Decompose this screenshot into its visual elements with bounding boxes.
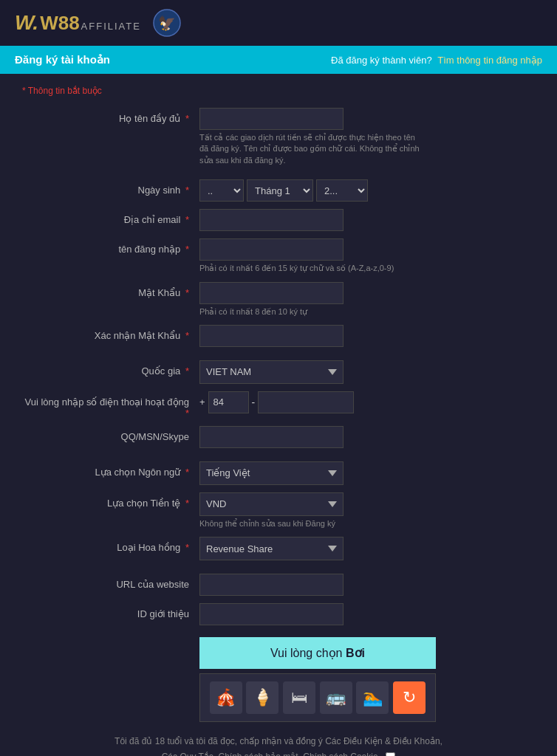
captcha-section: Vui lòng chọn Bơi 🎪 🍦 🛏 🚌 🏊 ↻ xyxy=(199,637,535,722)
email-control xyxy=(199,209,535,231)
required-note: * Thông tin bắt buộc xyxy=(22,86,535,96)
password-label: Mật Khẩu * xyxy=(22,282,199,298)
logo-badge-icon: 🦅 xyxy=(153,9,181,37)
login-link[interactable]: Tìm thông tin đăng nhập xyxy=(437,55,542,66)
currency-control: VND Không thể chỉnh sửa sau khi Đăng ký xyxy=(199,492,535,529)
language-row: Lựa chọn Ngôn ngữ * Tiếng Việt xyxy=(22,461,535,485)
password-hint: Phải có ít nhất 8 đến 10 ký tự xyxy=(199,306,421,317)
captcha-refresh-icon[interactable]: ↻ xyxy=(393,681,426,714)
website-control xyxy=(199,574,535,596)
qq-control xyxy=(199,426,535,448)
full-name-control: Tất cả các giao dịch rút tiền sẽ chỉ đượ… xyxy=(199,108,535,166)
qq-input[interactable] xyxy=(199,426,344,448)
logo-w: W. xyxy=(15,11,38,35)
main-content: * Thông tin bắt buộc Họ tên đầy đủ * Tất… xyxy=(0,74,557,756)
dob-row: Ngày sinh * .. Tháng 1 2... xyxy=(22,179,535,202)
email-label: Địa chỉ email * xyxy=(22,209,199,225)
captcha-icon-bus[interactable]: 🚌 xyxy=(320,681,352,714)
country-row: Quốc gia * VIET NAM xyxy=(22,360,535,384)
terms-line1: Tôi đã đủ 18 tuổi và tôi đã đọc, chấp nh… xyxy=(22,734,535,749)
logo: W. W88 AFFILIATE xyxy=(15,11,141,35)
navbar: Đăng ký tài khoản Đã đăng ký thành viên?… xyxy=(0,46,557,74)
referral-control xyxy=(199,603,535,625)
website-label: URL của website xyxy=(22,574,199,590)
country-label: Quốc gia * xyxy=(22,360,199,377)
country-control: VIET NAM xyxy=(199,360,535,384)
captcha-icon-icecream[interactable]: 🍦 xyxy=(246,681,278,714)
full-name-hint: Tất cả các giao dịch rút tiền sẽ chỉ đượ… xyxy=(199,132,421,166)
password-input[interactable] xyxy=(199,282,344,304)
qq-row: QQ/MSN/Skype xyxy=(22,426,535,448)
qq-label: QQ/MSN/Skype xyxy=(22,426,199,442)
navbar-title: Đăng ký tài khoản xyxy=(15,53,110,66)
full-name-label: Họ tên đầy đủ * xyxy=(22,108,199,124)
username-label: tên đăng nhập * xyxy=(22,238,199,255)
phone-group: + - xyxy=(199,391,535,413)
password-row: Mật Khẩu * Phải có ít nhất 8 đến 10 ký t… xyxy=(22,282,535,317)
captcha-icon-swim[interactable]: 🏊 xyxy=(356,681,389,714)
confirm-password-label: Xác nhận Mật Khẩu * xyxy=(22,325,199,341)
terms-section: Tôi đã đủ 18 tuổi và tôi đã đọc, chấp nh… xyxy=(22,734,535,756)
date-group: .. Tháng 1 2... xyxy=(199,179,535,202)
phone-prefix: + xyxy=(199,396,205,408)
username-control: Phải có ít nhất 6 đến 15 ký tự chữ và số… xyxy=(199,238,535,274)
currency-select[interactable]: VND xyxy=(199,492,344,516)
language-label: Lựa chọn Ngôn ngữ * xyxy=(22,461,199,478)
dob-year-select[interactable]: 2... xyxy=(316,179,368,202)
logo-affiliate: AFFILIATE xyxy=(81,21,141,32)
terms-checkbox[interactable] xyxy=(386,752,395,756)
referral-input[interactable] xyxy=(199,603,344,625)
referral-label: ID giới thiệu xyxy=(22,603,199,619)
referral-row: ID giới thiệu xyxy=(22,603,535,625)
confirm-password-row: Xác nhận Mật Khẩu * xyxy=(22,325,535,347)
logo-w88: W88 xyxy=(40,12,79,35)
commission-label: Loại Hoa hồng * xyxy=(22,537,199,553)
email-row: Địa chỉ email * xyxy=(22,209,535,231)
commission-select[interactable]: Revenue Share xyxy=(199,537,344,560)
currency-row: Lựa chọn Tiền tệ * VND Không thể chỉnh s… xyxy=(22,492,535,529)
dob-label: Ngày sinh * xyxy=(22,179,199,196)
currency-hint: Không thể chỉnh sửa sau khi Đăng ký xyxy=(199,518,421,529)
captcha-prompt: Vui lòng chọn Bơi xyxy=(199,637,436,669)
dob-control: .. Tháng 1 2... xyxy=(199,179,535,202)
phone-label: Vui lòng nhập số điện thoại hoạt động * xyxy=(22,391,199,419)
dob-month-select[interactable]: Tháng 1 xyxy=(247,179,313,202)
phone-row: Vui lòng nhập số điện thoại hoạt động * … xyxy=(22,391,535,419)
email-input[interactable] xyxy=(199,209,344,231)
captcha-icon-circus[interactable]: 🎪 xyxy=(210,681,242,714)
captcha-icons: 🎪 🍦 🛏 🚌 🏊 ↻ xyxy=(199,673,436,722)
website-input[interactable] xyxy=(199,574,344,596)
phone-dash: - xyxy=(252,396,256,408)
svg-text:🦅: 🦅 xyxy=(158,15,176,32)
commission-row: Loại Hoa hồng * Revenue Share xyxy=(22,537,535,560)
username-input[interactable] xyxy=(199,238,344,261)
language-control: Tiếng Việt xyxy=(199,461,535,485)
already-member-text: Đã đăng ký thành viên? xyxy=(331,55,432,66)
header: W. W88 AFFILIATE 🦅 xyxy=(0,0,557,46)
full-name-input[interactable] xyxy=(199,108,344,130)
full-name-row: Họ tên đầy đủ * Tất cả các giao dịch rút… xyxy=(22,108,535,166)
website-row: URL của website xyxy=(22,574,535,596)
commission-control: Revenue Share xyxy=(199,537,535,560)
country-select[interactable]: VIET NAM xyxy=(199,360,344,384)
password-control: Phải có ít nhất 8 đến 10 ký tự xyxy=(199,282,535,317)
currency-label: Lựa chọn Tiền tệ * xyxy=(22,492,199,509)
confirm-password-input[interactable] xyxy=(199,325,344,347)
username-row: tên đăng nhập * Phải có ít nhất 6 đến 15… xyxy=(22,238,535,274)
language-select[interactable]: Tiếng Việt xyxy=(199,461,344,485)
terms-line2: Các Quy Tắc, Chính sách bảo mật, Chính s… xyxy=(22,749,535,756)
phone-control: + - xyxy=(199,391,535,413)
phone-number-input[interactable] xyxy=(258,391,354,413)
phone-code-input[interactable] xyxy=(208,391,249,413)
confirm-password-control xyxy=(199,325,535,347)
navbar-right: Đã đăng ký thành viên? Tìm thông tin đăn… xyxy=(331,55,542,66)
username-hint: Phải có ít nhất 6 đến 15 ký tự chữ và số… xyxy=(199,263,421,274)
captcha-icon-bed[interactable]: 🛏 xyxy=(283,681,315,714)
dob-day-select[interactable]: .. xyxy=(199,179,244,202)
